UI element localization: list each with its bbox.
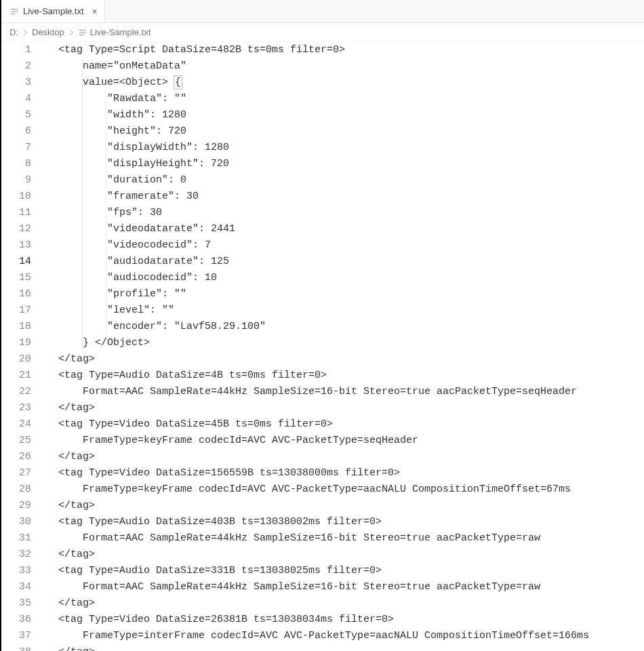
line-text[interactable]: value=<Object> {	[43, 75, 182, 91]
line-text[interactable]: <tag Type=Video DataSize=45B ts=0ms filt…	[43, 416, 333, 433]
line-text[interactable]: FrameType=interFrame codecId=AVC AVC-Pac…	[43, 628, 589, 644]
code-line[interactable]: 27<tag Type=Video DataSize=156559B ts=13…	[1, 465, 589, 481]
line-text[interactable]: "displayWidth": 1280	[43, 140, 229, 156]
code-line[interactable]: 14 "audiodatarate": 125	[1, 254, 589, 270]
line-text[interactable]: "height": 720	[43, 123, 186, 140]
code-line[interactable]: 20</tag>	[1, 351, 589, 368]
code-line[interactable]: 8 "displayHeight": 720	[1, 156, 589, 172]
code-line[interactable]: 22 Format=AAC SampleRate=44kHz SampleSiz…	[1, 384, 589, 400]
line-number: 36	[1, 612, 43, 628]
code-line[interactable]: 33<tag Type=Audio DataSize=331B ts=13038…	[1, 563, 589, 579]
line-text[interactable]: </tag>	[43, 498, 95, 514]
code-line[interactable]: 3 value=<Object> {	[1, 75, 589, 91]
code-line[interactable]: 36<tag Type=Video DataSize=26381B ts=130…	[1, 612, 589, 628]
line-number: 3	[1, 75, 43, 91]
code-line[interactable]: 24<tag Type=Video DataSize=45B ts=0ms fi…	[1, 416, 589, 433]
breadcrumb-item[interactable]: D:	[9, 27, 18, 37]
line-text[interactable]: <tag Type=Video DataSize=26381B ts=13038…	[43, 612, 394, 628]
line-text[interactable]: <tag Type=Video DataSize=156559B ts=1303…	[43, 465, 400, 481]
line-number: 6	[1, 123, 43, 140]
line-number: 16	[1, 286, 43, 302]
line-text[interactable]: "displayHeight": 720	[43, 156, 229, 172]
line-number: 38	[1, 644, 43, 651]
close-icon[interactable]: ×	[92, 7, 98, 16]
editor-body[interactable]: 1<tag Type=Script DataSize=482B ts=0ms f…	[1, 42, 644, 651]
line-text[interactable]: name="onMetaData"	[43, 58, 186, 75]
code-line[interactable]: 29</tag>	[1, 498, 589, 514]
code-line[interactable]: 32</tag>	[1, 547, 589, 563]
line-number: 37	[1, 628, 43, 644]
code-line[interactable]: 13 "videocodecid": 7	[1, 237, 589, 254]
editor-window: Live-Sample.txt × D: Desktop Live-Sample…	[0, 0, 644, 651]
line-text[interactable]: "Rawdata": ""	[43, 91, 186, 107]
line-text[interactable]: FrameType=keyFrame codecId=AVC AVC-Packe…	[43, 433, 418, 449]
line-text[interactable]: </tag>	[43, 595, 95, 612]
line-text[interactable]: } </Object>	[43, 335, 150, 351]
code-line[interactable]: 7 "displayWidth": 1280	[1, 140, 589, 156]
code-line[interactable]: 25 FrameType=keyFrame codecId=AVC AVC-Pa…	[1, 433, 589, 449]
line-number: 1	[1, 42, 43, 58]
line-text[interactable]: </tag>	[43, 351, 95, 368]
line-text[interactable]: "duration": 0	[43, 172, 186, 189]
line-text[interactable]: "videodatarate": 2441	[43, 221, 235, 237]
line-text[interactable]: </tag>	[43, 449, 95, 465]
code-line[interactable]: 34 Format=AAC SampleRate=44kHz SampleSiz…	[1, 579, 589, 595]
code-line[interactable]: 31 Format=AAC SampleRate=44kHz SampleSiz…	[1, 530, 589, 547]
code-line[interactable]: 28 FrameType=keyFrame codecId=AVC AVC-Pa…	[1, 481, 589, 498]
code-line[interactable]: 30<tag Type=Audio DataSize=403B ts=13038…	[1, 514, 589, 530]
line-text[interactable]: <tag Type=Audio DataSize=403B ts=1303800…	[43, 514, 382, 530]
line-text[interactable]: "videocodecid": 7	[43, 237, 211, 254]
line-number: 11	[1, 205, 43, 221]
code-line[interactable]: 26</tag>	[1, 449, 589, 465]
code-line[interactable]: 15 "audiocodecid": 10	[1, 270, 589, 286]
code-line[interactable]: 5 "width": 1280	[1, 107, 589, 123]
code-line[interactable]: 11 "fps": 30	[1, 205, 589, 221]
line-text[interactable]: <tag Type=Script DataSize=482B ts=0ms fi…	[43, 42, 345, 58]
file-icon	[78, 28, 87, 37]
tab-live-sample[interactable]: Live-Sample.txt ×	[1, 0, 105, 22]
code-line[interactable]: 35</tag>	[1, 595, 589, 612]
line-number: 29	[1, 498, 43, 514]
code-line[interactable]: 9 "duration": 0	[1, 172, 589, 189]
line-text[interactable]: </tag>	[43, 400, 95, 416]
line-text[interactable]: "audiodatarate": 125	[43, 254, 229, 270]
code-line[interactable]: 2 name="onMetaData"	[1, 58, 589, 75]
line-text[interactable]: "framerate": 30	[43, 189, 199, 205]
line-text[interactable]: <tag Type=Audio DataSize=4B ts=0ms filte…	[43, 368, 327, 384]
code-line[interactable]: 10 "framerate": 30	[1, 189, 589, 205]
line-text[interactable]: Format=AAC SampleRate=44kHz SampleSize=1…	[43, 530, 540, 547]
breadcrumb-item[interactable]: Live-Sample.txt	[90, 27, 151, 37]
code-lines[interactable]: 1<tag Type=Script DataSize=482B ts=0ms f…	[1, 42, 589, 651]
code-line[interactable]: 4 "Rawdata": ""	[1, 91, 589, 107]
code-line[interactable]: 21<tag Type=Audio DataSize=4B ts=0ms fil…	[1, 368, 589, 384]
line-text[interactable]: <tag Type=Audio DataSize=331B ts=1303802…	[43, 563, 382, 579]
breadcrumb-item[interactable]: Desktop	[32, 27, 64, 37]
line-number: 33	[1, 563, 43, 579]
line-text[interactable]: "level": ""	[43, 302, 174, 319]
code-line[interactable]: 12 "videodatarate": 2441	[1, 221, 589, 237]
code-line[interactable]: 16 "profile": ""	[1, 286, 589, 302]
code-line[interactable]: 17 "level": ""	[1, 302, 589, 319]
code-line[interactable]: 1<tag Type=Script DataSize=482B ts=0ms f…	[1, 42, 589, 58]
code-line[interactable]: 38</tag>	[1, 644, 589, 651]
code-line[interactable]: 6 "height": 720	[1, 123, 589, 140]
line-text[interactable]: "audiocodecid": 10	[43, 270, 217, 286]
bracket-highlight: {	[174, 75, 182, 90]
line-number: 25	[1, 433, 43, 449]
line-text[interactable]: "encoder": "Lavf58.29.100"	[43, 319, 266, 335]
code-line[interactable]: 23</tag>	[1, 400, 589, 416]
line-text[interactable]: "width": 1280	[43, 107, 186, 123]
line-text[interactable]: Format=AAC SampleRate=44kHz SampleSize=1…	[43, 384, 577, 400]
code-line[interactable]: 18 "encoder": "Lavf58.29.100"	[1, 319, 589, 335]
code-line[interactable]: 19 } </Object>	[1, 335, 589, 351]
line-number: 24	[1, 416, 43, 433]
line-text[interactable]: FrameType=keyFrame codecId=AVC AVC-Packe…	[43, 481, 571, 498]
line-text[interactable]: "profile": ""	[43, 286, 186, 302]
line-text[interactable]: </tag>	[43, 547, 95, 563]
code-line[interactable]: 37 FrameType=interFrame codecId=AVC AVC-…	[1, 628, 589, 644]
line-text[interactable]: Format=AAC SampleRate=44kHz SampleSize=1…	[43, 579, 540, 595]
line-number: 26	[1, 449, 43, 465]
line-text[interactable]: </tag>	[43, 644, 95, 651]
line-text[interactable]: "fps": 30	[43, 205, 162, 221]
indent-guide	[82, 58, 83, 351]
